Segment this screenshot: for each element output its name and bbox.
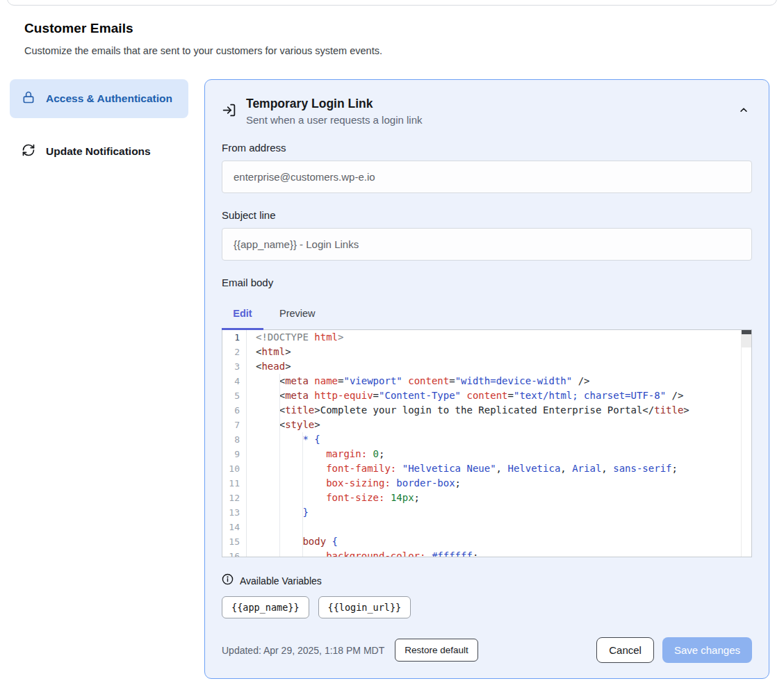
lock-icon <box>22 90 35 108</box>
line-number: 9 <box>222 447 247 461</box>
code-line[interactable]: 6 <title>Complete your login to the Repl… <box>222 403 751 418</box>
chevron-up-icon <box>738 106 749 116</box>
line-number: 4 <box>222 374 247 388</box>
subject-line-input[interactable] <box>222 228 752 261</box>
editor-tabs: Edit Preview <box>222 300 752 329</box>
code-line[interactable]: 1<!DOCTYPE html> <box>222 330 751 345</box>
line-number: 12 <box>222 491 247 505</box>
tab-preview[interactable]: Preview <box>263 300 332 329</box>
line-number: 10 <box>222 461 247 476</box>
info-icon <box>222 573 234 588</box>
cancel-button[interactable]: Cancel <box>596 637 654 663</box>
line-number: 7 <box>222 418 247 432</box>
panel-title: Temporary Login Link <box>246 97 422 111</box>
code-line[interactable]: 2<html> <box>222 345 751 359</box>
panel-header: Temporary Login Link Sent when a user re… <box>222 97 752 126</box>
email-body-label: Email body <box>222 277 752 288</box>
previous-card-bottom-edge <box>7 0 777 6</box>
line-number: 2 <box>222 345 247 359</box>
code-line[interactable]: 10 font-family: "Helvetica Neue", Helvet… <box>222 461 751 476</box>
sidebar-item-label: Access & Authentication <box>46 90 172 107</box>
tab-edit[interactable]: Edit <box>222 300 263 329</box>
code-line[interactable]: 9 margin: 0; <box>222 447 751 461</box>
code-line[interactable]: 12 font-size: 14px; <box>222 491 751 505</box>
available-variables-row: Available Variables <box>222 573 752 588</box>
available-variables-label: Available Variables <box>240 575 322 586</box>
subject-line-label: Subject line <box>222 209 752 221</box>
line-number: 8 <box>222 432 247 447</box>
line-number: 13 <box>222 505 247 520</box>
line-number: 5 <box>222 388 247 403</box>
code-line[interactable]: 14 <box>222 520 751 534</box>
collapse-button[interactable] <box>735 102 752 119</box>
sidebar-item-update-notifications[interactable]: Update Notifications <box>10 133 188 170</box>
sidebar-item-label: Update Notifications <box>46 143 151 160</box>
line-number: 6 <box>222 403 247 418</box>
variable-chip[interactable]: {{login_url}} <box>318 596 411 618</box>
panel-subtitle: Sent when a user requests a login link <box>246 114 422 126</box>
from-address-input[interactable] <box>222 161 752 193</box>
code-line[interactable]: 3<head> <box>222 359 751 374</box>
sidebar-item-access-authentication[interactable]: Access & Authentication <box>10 79 188 118</box>
line-number: 1 <box>222 330 247 345</box>
line-number: 3 <box>222 359 247 374</box>
code-line[interactable]: 13 } <box>222 505 751 520</box>
restore-default-button[interactable]: Restore default <box>395 639 478 662</box>
code-line[interactable]: 8 * { <box>222 432 751 447</box>
line-number: 16 <box>222 549 247 557</box>
code-line[interactable]: 15 body { <box>222 534 751 549</box>
refresh-icon <box>22 143 35 160</box>
page-title: Customer Emails <box>24 21 760 36</box>
code-line[interactable]: 16 background-color: #ffffff; <box>222 549 751 557</box>
code-line[interactable]: 4 <meta name="viewport" content="width=d… <box>222 374 751 388</box>
panel-footer: Updated: Apr 29, 2025, 1:18 PM MDT Resto… <box>222 637 752 663</box>
save-changes-button[interactable]: Save changes <box>662 637 752 663</box>
line-number: 11 <box>222 476 247 491</box>
variable-chip[interactable]: {{app_name}} <box>222 596 309 618</box>
line-number: 14 <box>222 520 247 534</box>
from-address-label: From address <box>222 142 752 154</box>
code-line[interactable]: 7 <style> <box>222 418 751 432</box>
code-line[interactable]: 11 box-sizing: border-box; <box>222 476 751 491</box>
email-settings-card: Temporary Login Link Sent when a user re… <box>204 79 769 679</box>
line-number: 15 <box>222 534 247 549</box>
log-in-icon <box>222 103 236 120</box>
page-header: Customer Emails Customize the emails tha… <box>24 21 760 56</box>
variable-chips: {{app_name}}{{login_url}} <box>222 596 752 618</box>
page-description: Customize the emails that are sent to yo… <box>24 45 760 56</box>
sidebar: Access & Authentication Update Notificat… <box>10 79 188 170</box>
code-line[interactable]: 5 <meta http-equiv="Content-Type" conten… <box>222 388 751 403</box>
code-editor[interactable]: 1<!DOCTYPE html>2<html>3<head>4 <meta na… <box>222 329 752 557</box>
updated-timestamp: Updated: Apr 29, 2025, 1:18 PM MDT <box>222 645 384 656</box>
